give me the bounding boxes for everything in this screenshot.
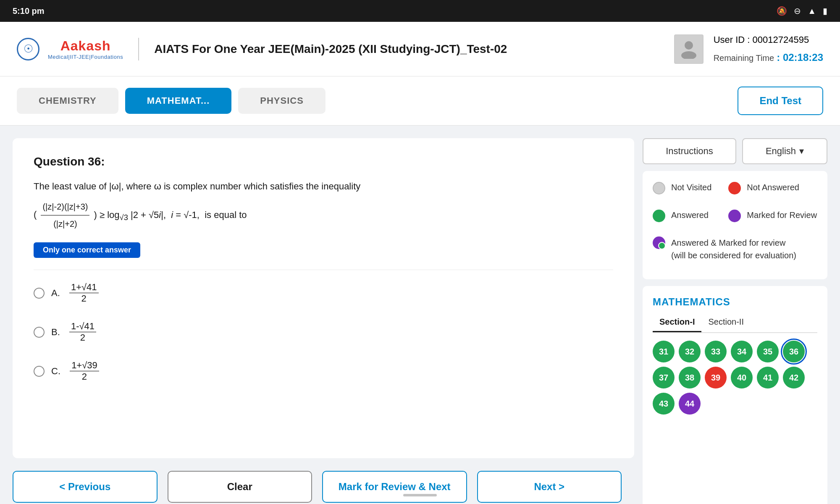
answered-marked-label: Answered & Marked for review (will be co… xyxy=(671,236,796,262)
battery-icon: ▮ xyxy=(823,6,827,16)
bell-mute-icon: 🔕 xyxy=(777,6,787,16)
question-number-34[interactable]: 34 xyxy=(731,341,753,362)
wifi-icon: ▲ xyxy=(808,6,816,16)
exam-title: AIATS For One Year JEE(Main)-2025 (XII S… xyxy=(154,41,507,57)
header: ☉ Aakash Medical|IIT-JEE|Foundations AIA… xyxy=(0,22,840,76)
avatar xyxy=(674,34,704,64)
brand-name: Aakash xyxy=(60,38,111,54)
legend-answered: Answered xyxy=(653,209,711,222)
time-value: : 02:18:23 xyxy=(777,52,823,63)
question-number-44[interactable]: 44 xyxy=(679,393,701,415)
option-c-math: 1+√39 2 xyxy=(70,360,99,382)
user-details: User ID : 00012724595 Remaining Time : 0… xyxy=(714,32,823,66)
english-button[interactable]: English ▾ xyxy=(742,138,827,164)
marked-review-dot xyxy=(728,210,741,222)
legend-not-visited: Not Visited xyxy=(653,181,711,194)
english-label: English xyxy=(766,146,796,157)
not-visited-label: Not Visited xyxy=(671,181,711,194)
tab-physics[interactable]: PHYSICS xyxy=(238,88,326,114)
end-test-button[interactable]: End Test xyxy=(738,87,823,115)
next-button[interactable]: Next > xyxy=(477,471,622,503)
status-icons: 🔕 ⊖ ▲ ▮ xyxy=(777,6,827,16)
remaining-time-row: Remaining Time : 02:18:23 xyxy=(714,48,823,66)
option-b-math: 1-√41 2 xyxy=(69,321,96,343)
chevron-down-icon: ▾ xyxy=(799,146,804,157)
option-a-label: A. xyxy=(51,288,63,299)
instructions-button[interactable]: Instructions xyxy=(643,138,736,164)
question-number-39[interactable]: 39 xyxy=(705,367,727,388)
user-id-label: User ID xyxy=(714,34,745,45)
mark-review-next-button[interactable]: Mark for Review & Next xyxy=(322,471,467,503)
question-number-37[interactable]: 37 xyxy=(653,367,675,388)
legend-answered-marked: Answered & Marked for review (will be co… xyxy=(653,236,817,262)
not-visited-dot xyxy=(653,182,665,194)
question-number-33[interactable]: 33 xyxy=(705,341,727,362)
question-number-41[interactable]: 41 xyxy=(757,367,779,388)
circle-minus-icon: ⊖ xyxy=(794,6,801,16)
user-id-value: : 00012724595 xyxy=(747,34,809,45)
question-number: Question 36: xyxy=(34,155,613,168)
question-number-grid: 3132333435363738394041424344 xyxy=(653,341,817,415)
legend-marked-review: Marked for Review xyxy=(728,209,817,222)
brand-sub: Medical|IIT-JEE|Foundations xyxy=(48,54,123,60)
option-c-label: C. xyxy=(51,366,63,377)
question-number-32[interactable]: 32 xyxy=(679,341,701,362)
user-info: User ID : 00012724595 Remaining Time : 0… xyxy=(674,32,823,66)
bottom-nav: < Previous Clear Mark for Review & Next … xyxy=(13,471,622,504)
question-number-36[interactable]: 36 xyxy=(783,341,805,362)
tab-mathematics[interactable]: MATHEMAT... xyxy=(125,88,232,114)
svg-point-0 xyxy=(685,41,693,50)
svg-point-1 xyxy=(681,51,696,59)
answered-marked-dot xyxy=(653,236,665,249)
logo-icon: ☉ xyxy=(17,38,39,60)
previous-button[interactable]: < Previous xyxy=(13,471,158,503)
section-ii-tab[interactable]: Section-II xyxy=(701,315,750,332)
logo-area: ☉ Aakash Medical|IIT-JEE|Foundations xyxy=(17,38,139,60)
section-i-tab[interactable]: Section-I xyxy=(653,315,701,332)
option-a-radio[interactable] xyxy=(34,288,45,299)
legend-not-answered: Not Answered xyxy=(728,181,817,194)
option-c-row: C. 1+√39 2 xyxy=(34,360,613,382)
section-tabs: Section-I Section-II xyxy=(653,315,817,333)
question-number-35[interactable]: 35 xyxy=(757,341,779,362)
top-actions: Instructions English ▾ xyxy=(643,138,827,164)
option-a-row: A. 1+√41 2 xyxy=(34,282,613,304)
not-answered-dot xyxy=(728,182,741,194)
answer-type-badge: Only one correct answer xyxy=(34,242,140,258)
question-text: The least value of |ω|, where ω is compl… xyxy=(34,178,613,194)
user-id-row: User ID : 00012724595 xyxy=(714,32,823,48)
tab-chemistry[interactable]: CHEMISTRY xyxy=(17,88,118,114)
right-panel: Instructions English ▾ Not Visited Answe… xyxy=(643,138,827,504)
option-c-radio[interactable] xyxy=(34,366,45,377)
main-layout: Question 36: The least value of |ω|, whe… xyxy=(0,126,840,504)
question-number-31[interactable]: 31 xyxy=(653,341,675,362)
marked-review-label: Marked for Review xyxy=(747,209,817,221)
question-formula: ( (|z|-2)(|z|+3) (|z|+2) ) ≥ log√3 |2 + … xyxy=(34,198,613,232)
question-number-40[interactable]: 40 xyxy=(731,367,753,388)
question-number-43[interactable]: 43 xyxy=(653,393,675,415)
clear-button[interactable]: Clear xyxy=(168,471,312,503)
status-bar: 5:10 pm 🔕 ⊖ ▲ ▮ xyxy=(0,0,840,22)
math-section-card: MATHEMATICS Section-I Section-II 3132333… xyxy=(643,286,827,504)
divider xyxy=(34,270,613,270)
not-answered-label: Not Answered xyxy=(747,181,799,194)
scroll-indicator xyxy=(403,494,437,496)
left-area: Question 36: The least value of |ω|, whe… xyxy=(0,126,634,504)
option-b-radio[interactable] xyxy=(34,327,45,338)
answered-dot xyxy=(653,210,665,222)
question-number-42[interactable]: 42 xyxy=(783,367,805,388)
logo-text: Aakash Medical|IIT-JEE|Foundations xyxy=(48,38,123,60)
time-label: Remaining Time xyxy=(714,53,774,63)
question-panel: Question 36: The least value of |ω|, whe… xyxy=(13,138,634,458)
status-time: 5:10 pm xyxy=(13,6,45,16)
option-b-row: B. 1-√41 2 xyxy=(34,321,613,343)
legend-card: Not Visited Answered Not Answered Marked xyxy=(643,171,827,279)
option-b-label: B. xyxy=(51,327,63,338)
math-section-title: MATHEMATICS xyxy=(653,296,817,308)
tabs-bar: CHEMISTRY MATHEMAT... PHYSICS End Test xyxy=(0,76,840,126)
question-number-38[interactable]: 38 xyxy=(679,367,701,388)
option-a-math: 1+√41 2 xyxy=(69,282,99,304)
answered-label: Answered xyxy=(671,209,709,221)
